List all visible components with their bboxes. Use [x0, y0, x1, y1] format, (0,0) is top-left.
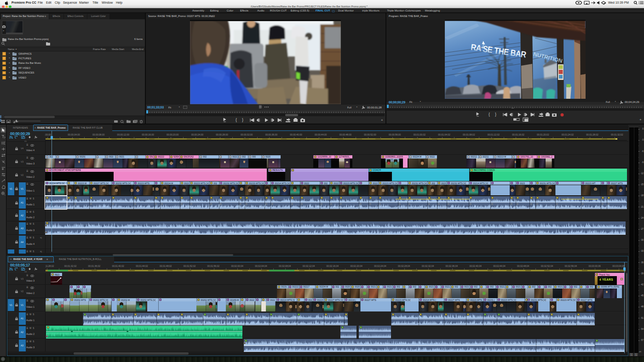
svg-text:}: }: [242, 118, 243, 122]
svg-text:}: }: [495, 112, 496, 117]
svg-text:{: {: [236, 118, 237, 122]
svg-text:{: {: [489, 112, 490, 117]
